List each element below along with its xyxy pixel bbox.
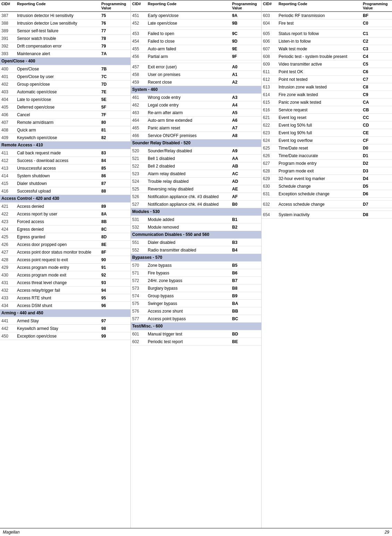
reporting-code-value: Call back request made [17,151,101,155]
table-row: 576Access zone shuntBB [131,307,261,315]
programming-value: 8F [101,250,129,255]
programming-value: A6 [232,118,260,123]
programming-value: 94 [101,288,129,293]
columns-wrapper: CID#Reporting CodeProgramming Value387In… [0,0,392,528]
reporting-code-value: System shutdown [17,173,101,178]
table-row: 531Module addedB1 [131,216,261,223]
reporting-code-value: System inactivity [279,212,363,217]
table-row: 575Swinger bypassBA [131,300,261,307]
programming-value: 96 [101,303,129,308]
cid-value: 407 [1,120,17,125]
col-header-progval-1: Programming Value [232,2,260,10]
cid-value: 462 [132,103,148,108]
table-row: 388Intrusion detector Low sensitivity76 [0,19,130,27]
reporting-code-value: Access program mode entry [17,265,101,270]
cid-value: 434 [1,303,17,308]
table-row: 573Burglary bypassB8 [131,284,261,292]
reporting-code-value: Late to open/close [17,97,101,102]
table-row: 625Time/Date resetD0 [262,144,392,152]
programming-value: C6 [363,69,391,74]
reporting-code-value: User on premises [148,72,232,77]
programming-value: 79 [101,44,129,49]
table-row: 407Remote arm/disarm80 [0,119,130,126]
table-row: 423Forced access8B [0,218,130,226]
table-row: 551Dialer disabledB3 [131,239,261,246]
reporting-code-value: Burglary bypass [148,286,232,291]
reporting-code-value: Access point door status monitor trouble [17,250,101,255]
cid-value: 622 [263,123,279,128]
reporting-code-value: Bell 1 disabled [148,156,232,161]
reporting-code-value: Trouble relay disabled [148,179,232,184]
reporting-code-value: Access DSM shunt [17,303,101,308]
cid-value: 400 [1,67,17,71]
table-row: 431Access threat level change93 [0,279,130,287]
table-row: 615Panic zone walk testedCA [262,99,392,106]
programming-value: C5 [363,62,391,67]
cid-value: 612 [263,77,279,82]
table-row: 606Listen-in to followC2 [262,37,392,45]
table-row: 451Early open/close9A [131,12,261,19]
programming-value: A7 [232,126,260,130]
programming-value: BE [232,339,260,344]
programming-value: 9D [232,39,260,44]
table-row: 609Video transmitter activeC5 [262,60,392,68]
cid-value: 532 [132,225,148,230]
cid-value: 387 [1,13,17,18]
programming-value: A8 [232,133,260,138]
table-row: 571Fire bypassB6 [131,269,261,277]
programming-value: C8 [363,85,391,90]
cid-value: 627 [263,161,279,166]
table-row: 630Schedule changeD5 [262,182,392,190]
reporting-code-value: Radio transmitter disabled [148,248,232,253]
section-header-1-6: Test/Misc. - 600 [131,323,261,330]
cid-value: 411 [1,151,17,155]
programming-value: 76 [101,21,129,26]
table-row: 613Intrusion zone walk testedC8 [262,83,392,91]
cid-value: 603 [263,13,279,18]
programming-value: 84 [101,158,129,163]
programming-value: 87 [101,181,129,186]
reporting-code-value: Program mode entry [279,161,363,166]
cid-value: 427 [1,250,17,255]
reporting-code-value: Keyswitch armed Stay [17,326,101,331]
reporting-code-value: Deferred open/close [17,105,101,110]
reporting-code-value: Panic zone walk tested [279,100,363,105]
programming-value: AF [232,194,260,199]
table-row [131,27,261,30]
cid-value: 414 [1,173,17,178]
table-row: 463Re-arm after alarmA5 [131,109,261,117]
reporting-code-value: Periodic test report [148,339,232,344]
section-header-0-3: Access Control - 420 and 430 [0,195,130,203]
cid-value: 456 [132,54,148,59]
programming-value: 92 [101,273,129,278]
table-row: 402Group open/close7D [0,80,130,88]
programming-value: 98 [101,326,129,331]
cid-value: 606 [263,39,279,44]
reporting-code-value: Armed Stay [17,318,101,323]
cid-value: 433 [1,296,17,300]
programming-value: 7F [101,112,129,117]
reporting-code-value: Automatic open/close [17,90,101,94]
programming-value: 85 [101,166,129,171]
section-header-1-3: Modules - 530 [131,208,261,216]
table-row: 413Unsuccessful access85 [0,164,130,172]
cid-value: 405 [1,105,17,110]
cid-value: 520 [132,148,148,153]
cid-value: 452 [132,21,148,26]
cid-value: 442 [1,326,17,331]
programming-value: 8C [101,227,129,232]
cid-value: 393 [1,51,17,56]
programming-value: 80 [101,120,129,125]
table-row [262,198,392,201]
programming-value: D8 [363,212,391,217]
reporting-code-value: Notification appliance chk. #4 disabled [148,202,232,207]
reporting-code-value: Notification appliance chk. #3 disabled [148,194,232,199]
cid-value: 522 [132,164,148,169]
reporting-code-value: Swinger bypass [148,301,232,306]
col-header-cid-0: CID# [1,2,17,10]
programming-value: B7 [232,278,260,283]
cid-value: 625 [263,146,279,151]
programming-value: A0 [232,65,260,69]
section-header-1-5: Bypasses - 570 [131,254,261,262]
table-row: 456Partial arm9F [131,53,261,60]
